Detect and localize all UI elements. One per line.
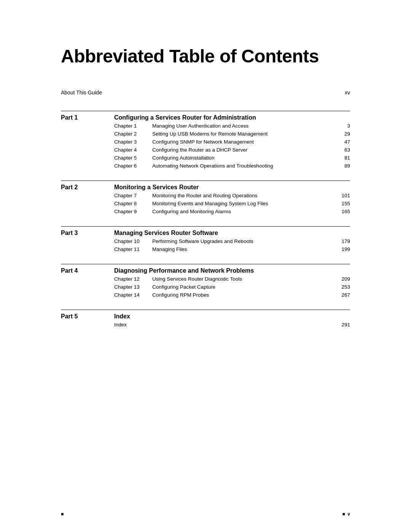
page: Abbreviated Table of Contents About This…: [0, 0, 411, 532]
chapter-title: Configuring RPM Probes: [152, 292, 335, 298]
footer: ■ ■ v: [0, 511, 411, 517]
chapter-title: Setting Up USB Modems for Remote Managem…: [152, 131, 335, 137]
part-section-part2: Part 2Monitoring a Services RouterChapte…: [61, 181, 350, 216]
chapter-row: Chapter 4Configuring the Router as a DHC…: [61, 146, 350, 154]
chapter-title: Monitoring the Router and Routing Operat…: [152, 193, 335, 198]
chapter-page: 209: [335, 276, 350, 282]
about-page: xv: [345, 89, 350, 96]
about-row: About This Guide xv: [61, 89, 350, 97]
chapter-title: Using Services Router Diagnostic Tools: [152, 276, 335, 282]
chapter-page: 101: [335, 193, 350, 198]
chapter-label: Chapter 11: [114, 246, 152, 252]
chapter-title: Configuring the Router as a DHCP Server: [152, 147, 335, 153]
part-header-part2: Part 2Monitoring a Services Router: [61, 181, 350, 191]
chapter-label: Chapter 4: [114, 147, 152, 153]
chapter-rows-part3: Chapter 10Performing Software Upgrades a…: [61, 237, 350, 253]
chapter-title: Configuring Packet Capture: [152, 284, 335, 290]
chapter-label: Chapter 8: [114, 201, 152, 206]
chapter-label: Chapter 12: [114, 276, 152, 282]
chapter-row: Chapter 13Configuring Packet Capture253: [61, 283, 350, 291]
chapter-label: Chapter 2: [114, 131, 152, 137]
chapter-row: Chapter 8Monitoring Events and Managing …: [61, 200, 350, 208]
chapter-label: Chapter 14: [114, 292, 152, 298]
part-title-part2: Monitoring a Services Router: [114, 184, 350, 191]
chapter-title: Performing Software Upgrades and Reboots: [152, 238, 335, 244]
chapter-page: 253: [335, 284, 350, 290]
part-section-part4: Part 4Diagnosing Performance and Network…: [61, 264, 350, 299]
part-section-part5: Part 5IndexIndex291: [61, 310, 350, 329]
chapter-label: Chapter 1: [114, 123, 152, 129]
part-label-part3: Part 3: [61, 230, 114, 236]
part-header-part5: Part 5Index: [61, 310, 350, 320]
part-label-part2: Part 2: [61, 184, 114, 191]
chapter-page: 47: [335, 139, 350, 145]
chapter-page: 3: [335, 123, 350, 129]
part-header-part1: Part 1Configuring a Services Router for …: [61, 111, 350, 121]
part-label-part5: Part 5: [61, 313, 114, 320]
chapter-label: Index: [114, 322, 152, 328]
chapter-row: Chapter 1Managing User Authentication an…: [61, 122, 350, 130]
part-title-part5: Index: [114, 313, 350, 320]
chapter-label: Chapter 13: [114, 284, 152, 290]
chapter-title: Managing Files: [152, 246, 335, 252]
about-label: About This Guide: [61, 89, 102, 96]
part-header-part4: Part 4Diagnosing Performance and Network…: [61, 264, 350, 274]
chapter-page: 155: [335, 201, 350, 206]
chapter-row: Chapter 2Setting Up USB Modems for Remot…: [61, 130, 350, 138]
chapter-row: Chapter 5Configuring Autoinstallation81: [61, 154, 350, 162]
part-label-part1: Part 1: [61, 114, 114, 121]
chapter-label: Chapter 10: [114, 238, 152, 244]
chapter-row: Chapter 10Performing Software Upgrades a…: [61, 237, 350, 245]
chapter-label: Chapter 9: [114, 209, 152, 214]
part-section-part1: Part 1Configuring a Services Router for …: [61, 111, 350, 170]
chapter-title: Configuring SNMP for Network Management: [152, 139, 335, 145]
chapter-title: Monitoring Events and Managing System Lo…: [152, 201, 335, 206]
chapter-page: 165: [335, 209, 350, 214]
chapter-row: Chapter 6Automating Network Operations a…: [61, 162, 350, 170]
part-label-part4: Part 4: [61, 267, 114, 274]
part-title-part1: Configuring a Services Router for Admini…: [114, 114, 350, 121]
chapter-page: 179: [335, 238, 350, 244]
chapter-row: Chapter 12Using Services Router Diagnost…: [61, 275, 350, 283]
part-header-part3: Part 3Managing Services Router Software: [61, 226, 350, 236]
part-title-part3: Managing Services Router Software: [114, 230, 350, 236]
chapter-rows-part5: Index291: [61, 321, 350, 329]
chapter-row: Chapter 3Configuring SNMP for Network Ma…: [61, 138, 350, 146]
part-title-part4: Diagnosing Performance and Network Probl…: [114, 267, 350, 274]
part-section-part3: Part 3Managing Services Router SoftwareC…: [61, 226, 350, 253]
parts-container: Part 1Configuring a Services Router for …: [61, 111, 350, 329]
chapter-page: 63: [335, 147, 350, 153]
chapter-row: Chapter 7Monitoring the Router and Routi…: [61, 192, 350, 200]
chapter-row: Index291: [61, 321, 350, 329]
chapter-label: Chapter 6: [114, 163, 152, 169]
chapter-row: Chapter 11Managing Files199: [61, 245, 350, 253]
chapter-page: 29: [335, 131, 350, 137]
chapter-title: Configuring Autoinstallation: [152, 155, 335, 161]
chapter-page: 267: [335, 292, 350, 298]
chapter-rows-part4: Chapter 12Using Services Router Diagnost…: [61, 275, 350, 299]
chapter-rows-part1: Chapter 1Managing User Authentication an…: [61, 122, 350, 170]
footer-right: ■ v: [342, 511, 350, 517]
chapter-label: Chapter 3: [114, 139, 152, 145]
chapter-page: 199: [335, 246, 350, 252]
chapter-label: Chapter 7: [114, 193, 152, 198]
chapter-page: 291: [335, 322, 350, 328]
chapter-title: Automating Network Operations and Troubl…: [152, 163, 335, 169]
chapter-label: Chapter 5: [114, 155, 152, 161]
chapter-row: Chapter 14Configuring RPM Probes267: [61, 291, 350, 299]
chapter-title: Configuring and Monitoring Alarms: [152, 209, 335, 214]
footer-left: ■: [61, 511, 64, 517]
chapter-page: 89: [335, 163, 350, 169]
chapter-row: Chapter 9Configuring and Monitoring Alar…: [61, 208, 350, 216]
chapter-title: Managing User Authentication and Access: [152, 123, 335, 129]
chapter-page: 81: [335, 155, 350, 161]
chapter-rows-part2: Chapter 7Monitoring the Router and Routi…: [61, 192, 350, 216]
page-title: Abbreviated Table of Contents: [61, 46, 350, 67]
